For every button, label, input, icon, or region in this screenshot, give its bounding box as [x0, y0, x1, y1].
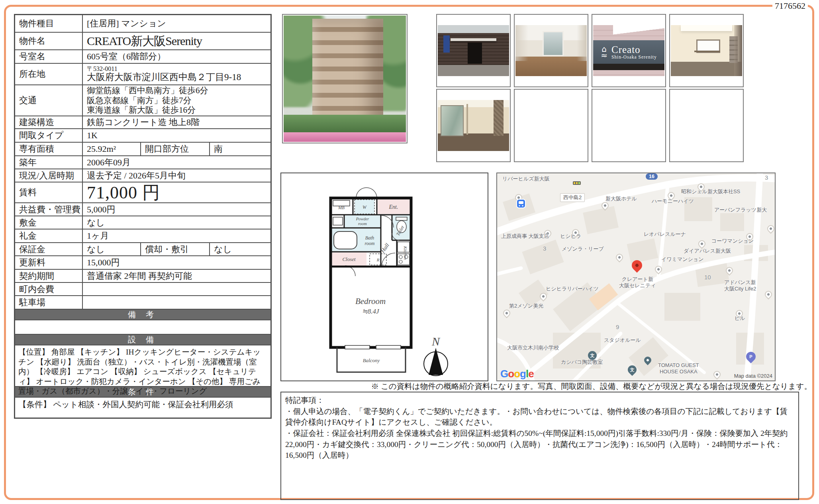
property-detail-table: 物件種目 [住居用] マンション 物件名 CREATO新大阪Serenity 号… [14, 14, 272, 419]
svg-text:Bedroom: Bedroom [355, 296, 386, 306]
remarks-header: 備 考 [15, 310, 270, 320]
row-label: 物件名 [15, 33, 83, 49]
map-label: TOMATO GUEST HOUSE OSAKA [658, 362, 699, 375]
map-label: メゾンラ・リーブ [562, 246, 604, 252]
north-arrow-icon [429, 348, 443, 375]
table-row: 更新料 15,000円 [15, 256, 270, 270]
rent-amount: 71,000 円 [83, 182, 270, 202]
sign-title: Creato [611, 45, 657, 55]
table-row: 賃料 71,000 円 [15, 182, 270, 203]
sign-subtitle: Shin-Osaka Serenity [611, 55, 657, 59]
svg-text:W: W [362, 204, 367, 210]
map-data-attribution: Map data ©2024 [734, 373, 772, 379]
row-label: 所在地 [15, 64, 83, 84]
row-value: 5,000円 [83, 203, 270, 216]
remarks-content [15, 320, 270, 335]
photo-placeholder-empty [669, 89, 744, 162]
notes-line: ・個人申込の場合、「電子契約くん」でご契約いただきます。・お問い合わせについては… [285, 406, 794, 428]
table-row: 駐車場 [15, 296, 270, 310]
transit-line: 御堂筋線「西中島南方」徒歩6分 [87, 86, 208, 96]
row-label: 築年 [15, 156, 83, 169]
photo-interior-room [514, 14, 588, 87]
document-number: 7176562 [772, 1, 808, 11]
table-row: 敷金 なし [15, 216, 270, 229]
table-row: 築年 2006年09月 [15, 156, 270, 169]
north-label: N [431, 335, 441, 348]
row-label: 敷金 [15, 216, 83, 229]
row-label: 礼金 [15, 229, 83, 242]
facing-direction: 南 [210, 143, 270, 155]
svg-text:Ent.: Ent. [389, 204, 398, 210]
floor-area: 25.92m² [83, 143, 141, 155]
map-label: ハーモニーハイツ [652, 198, 694, 204]
row-value [83, 283, 270, 295]
floor-plan-drawing: MB W Ent. Powder room Bath room Toilet H… [281, 173, 488, 380]
row-value: 普通借家 2年間 再契約可能 [83, 270, 270, 282]
svg-text:R: R [376, 257, 380, 262]
postal-code: 〒532-0011 [87, 66, 118, 72]
table-row: 所在地 〒532-0011 大阪府大阪市淀川区西中島２丁目9-18 [15, 64, 270, 85]
table-row: 保証金 なし 償却・敷引 なし [15, 243, 270, 256]
table-row: 号室名 605号室（6階部分） [15, 50, 270, 64]
map-label: 新大阪ホテル [605, 196, 637, 202]
svg-text:Kitchen: Kitchen [403, 246, 408, 260]
conditions-content: 【条件】 ペット相談・外国人契約可能・保証会社利用必須 [15, 398, 270, 418]
special-notes-box: 特記事項： ・個人申込の場合、「電子契約くん」でご契約いただきます。・お問い合わ… [280, 392, 799, 500]
row-value: 退去予定 / 2026年5月中旬 [83, 169, 270, 182]
table-row: 交通 御堂筋線「西中島南方」徒歩6分 阪急京都線「南方」徒歩7分 東海道線「新大… [15, 85, 270, 116]
svg-text:≒8.4J: ≒8.4J [362, 308, 379, 315]
transit-line: 東海道線「新大阪」徒歩16分 [87, 105, 196, 115]
table-row: 専有面積 25.92m² 開口部方位 南 [15, 143, 270, 156]
row-label: 駐車場 [15, 296, 83, 309]
equipment-header: 設 備 [15, 335, 270, 345]
row-label: 建築構造 [15, 116, 83, 128]
map-label: カシバコ陶芸教室 [561, 359, 603, 365]
map-label: 第2メゾン美光 [509, 303, 543, 309]
table-row: 物件名 CREATO新大阪Serenity [15, 33, 270, 50]
photo-placeholder-empty [514, 89, 588, 162]
row-label: 更新料 [15, 256, 83, 269]
row-label: 交通 [15, 85, 83, 116]
block-number: 3 [543, 245, 546, 252]
equipment-content: 【位置】 角部屋 【キッチン】 IHクッキングヒーター・システムキッチン 【水廻… [15, 345, 270, 387]
row-value: 鉄筋コンクリート造 地上8階 [83, 116, 270, 128]
row-label: 開口部方位 [141, 143, 210, 155]
photo-lobby-interior [436, 89, 511, 162]
row-label: 償却・敷引 [141, 243, 210, 255]
table-row: 間取タイプ 1K [15, 129, 270, 143]
svg-text:Balcony: Balcony [363, 357, 380, 363]
block-number: 9 [616, 324, 619, 330]
photo-building-exterior [282, 14, 408, 143]
map-label: アドバンス新 大阪City Life2 [724, 279, 756, 292]
map-label: ヒシヒラ [560, 233, 581, 239]
row-label: 共益費・管理費 [15, 203, 83, 216]
table-row: 共益費・管理費 5,000円 [15, 203, 270, 216]
map-label: 昭和シェル新大阪本社SS [681, 188, 740, 195]
map-label: スタジオルール [604, 337, 641, 343]
row-label: 契約期間 [15, 270, 83, 282]
map-label: ダイアパレス新大阪 [684, 248, 731, 254]
row-label: 町内会費 [15, 283, 83, 295]
row-value: 2006年09月 [83, 156, 270, 169]
deposit-value: なし [83, 243, 141, 255]
building-illustration [312, 19, 383, 127]
map-label: レオパレスルーナ [644, 231, 686, 237]
photo-creato-sign: ⌂≈ Creato Shin-Osaka Serenity [592, 14, 666, 87]
traffic-light-icon [573, 181, 581, 185]
row-value: [住居用] マンション [83, 15, 270, 32]
address: 大阪府大阪市淀川区西中島２丁目9-18 [87, 72, 241, 82]
table-row: 町内会費 [15, 283, 270, 296]
map-label: 大阪市立木川南小学校 [507, 345, 559, 351]
map-label: イワミマンション [661, 256, 703, 263]
property-map-label: クレアート新 大阪セレニティ [619, 276, 656, 289]
notes-title: 特記事項： [285, 395, 794, 406]
row-value: なし [83, 216, 270, 229]
row-label: 専有面積 [15, 143, 83, 155]
svg-text:Closet: Closet [342, 256, 356, 262]
table-row: 建築構造 鉄筋コンクリート造 地上8階 [15, 116, 270, 129]
photo-entrance-exterior [436, 14, 511, 87]
map-label: ヒシヒラリバーハイツ [546, 286, 599, 292]
property-name: CREATO新大阪Serenity [83, 33, 270, 49]
map-label: コーワマンション [711, 238, 754, 244]
photo-entrance-hall [669, 14, 744, 87]
